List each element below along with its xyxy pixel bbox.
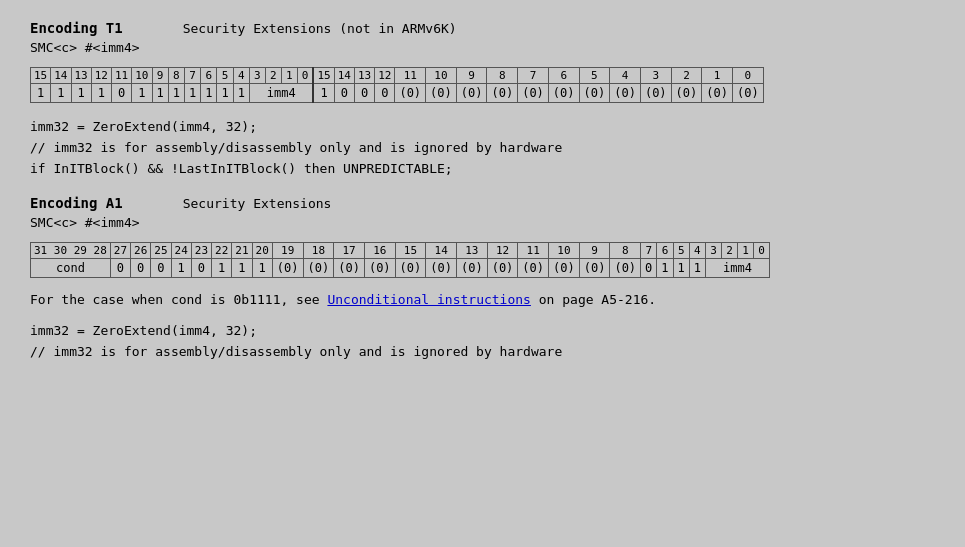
bit-values-row-t1: 1 1 1 1 0 1 1 1 1 1 1 1 imm4 1 0 0 0 (0)…: [31, 84, 764, 103]
encoding-a1-description: Security Extensions: [183, 196, 332, 211]
unconditional-instructions-link[interactable]: Unconditional instructions: [327, 292, 531, 307]
a1-code-line-2: // imm32 is for assembly/disassembly onl…: [30, 342, 935, 363]
for-case-suffix: on page A5-216.: [531, 292, 656, 307]
encoding-t1-section: Encoding T1 Security Extensions (not in …: [30, 20, 935, 179]
encoding-a1-syntax: SMC<c> #<imm4>: [30, 215, 935, 230]
for-case-prefix: For the case when cond is 0b1111, see: [30, 292, 327, 307]
encoding-t1-table: 15 14 13 12 11 10 9 8 7 6 5 4 3 2 1 0 15…: [30, 67, 764, 103]
encoding-a1-header: Encoding A1 Security Extensions: [30, 195, 935, 211]
encoding-a1-pseudocode: imm32 = ZeroExtend(imm4, 32); // imm32 i…: [30, 321, 935, 363]
code-line-2: // imm32 is for assembly/disassembly onl…: [30, 138, 935, 159]
encoding-t1-title: Encoding T1: [30, 20, 123, 36]
bit-numbers-row-t1: 15 14 13 12 11 10 9 8 7 6 5 4 3 2 1 0 15…: [31, 68, 764, 84]
encoding-t1-description: Security Extensions (not in ARMv6K): [183, 21, 457, 36]
encoding-a1-title: Encoding A1: [30, 195, 123, 211]
code-line-1: imm32 = ZeroExtend(imm4, 32);: [30, 117, 935, 138]
bit-values-row-a1: cond 0 0 0 1 0 1 1 1 (0) (0) (0) (0) (0)…: [31, 259, 770, 278]
encoding-t1-header: Encoding T1 Security Extensions (not in …: [30, 20, 935, 36]
encoding-t1-syntax: SMC<c> #<imm4>: [30, 40, 935, 55]
encoding-a1-table: 31 30 29 28 27 26 25 24 23 22 21 20 19 1…: [30, 242, 770, 278]
bit-numbers-row-a1: 31 30 29 28 27 26 25 24 23 22 21 20 19 1…: [31, 243, 770, 259]
encoding-a1-section: Encoding A1 Security Extensions SMC<c> #…: [30, 195, 935, 363]
encoding-t1-pseudocode: imm32 = ZeroExtend(imm4, 32); // imm32 i…: [30, 117, 935, 179]
code-line-3: if InITBlock() && !LastInITBlock() then …: [30, 159, 935, 180]
a1-code-line-1: imm32 = ZeroExtend(imm4, 32);: [30, 321, 935, 342]
for-case-text: For the case when cond is 0b1111, see Un…: [30, 292, 935, 307]
